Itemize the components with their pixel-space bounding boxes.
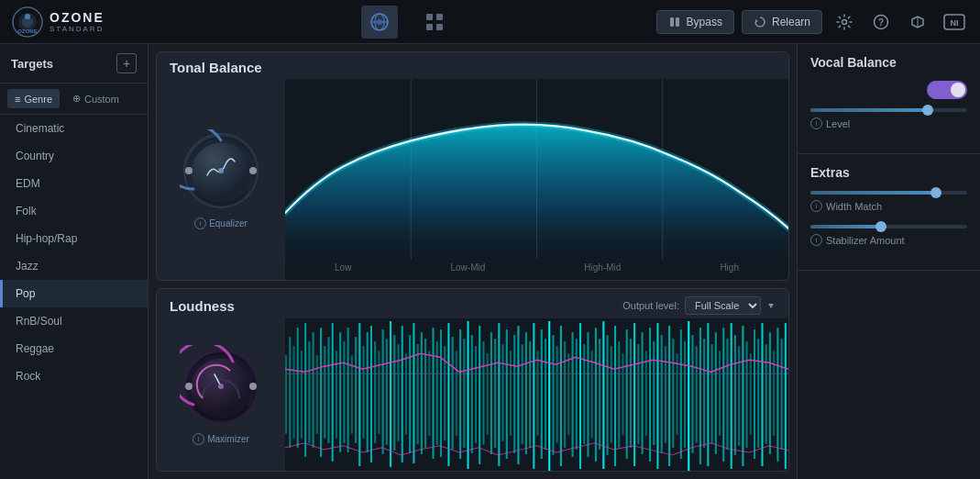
svg-rect-39 xyxy=(289,337,291,448)
width-match-thumb[interactable] xyxy=(930,187,941,198)
level-slider-thumb[interactable] xyxy=(922,105,933,116)
extras-title: Extras xyxy=(810,165,967,180)
logo-standard: STANDARD xyxy=(50,25,105,33)
tonal-chart-svg xyxy=(285,79,788,280)
svg-rect-44 xyxy=(308,341,310,443)
svg-rect-139 xyxy=(677,353,678,435)
svg-rect-150 xyxy=(719,351,721,436)
svg-rect-162 xyxy=(765,344,767,444)
loudness-chart xyxy=(285,318,788,471)
svg-rect-62 xyxy=(378,351,380,434)
svg-rect-63 xyxy=(382,329,384,454)
help-button[interactable]: ? xyxy=(866,7,896,37)
svg-point-36 xyxy=(218,384,224,389)
nav-sphere-btn[interactable] xyxy=(361,6,398,39)
svg-rect-48 xyxy=(324,346,325,439)
tonal-balance-body: i Equalizer xyxy=(157,79,788,280)
svg-rect-61 xyxy=(374,341,376,443)
svg-rect-107 xyxy=(552,335,554,455)
svg-rect-56 xyxy=(355,337,357,443)
svg-rect-47 xyxy=(320,328,322,457)
svg-rect-153 xyxy=(731,323,732,469)
vocal-balance-toggle[interactable] xyxy=(927,81,967,99)
ni-button[interactable]: NI xyxy=(940,7,969,37)
level-slider-track xyxy=(810,108,967,112)
maximizer-info-icon[interactable]: i xyxy=(193,433,204,445)
sidebar-item-jazz[interactable]: Jazz xyxy=(0,252,148,280)
svg-rect-112 xyxy=(572,332,574,457)
stabilizer-info-icon[interactable]: i xyxy=(810,234,822,246)
svg-rect-109 xyxy=(560,326,562,466)
svg-rect-128 xyxy=(633,323,635,466)
svg-rect-84 xyxy=(463,339,465,448)
svg-rect-129 xyxy=(637,344,639,444)
plugin-button[interactable] xyxy=(903,7,932,37)
level-info-icon[interactable]: i xyxy=(810,117,822,129)
svg-rect-161 xyxy=(761,323,763,466)
vocal-balance-toggle-row xyxy=(810,81,967,99)
sidebar-item-country[interactable]: Country xyxy=(0,142,148,170)
svg-rect-41 xyxy=(297,328,299,448)
svg-rect-85 xyxy=(467,321,468,469)
svg-rect-117 xyxy=(591,351,593,439)
svg-rect-130 xyxy=(642,332,644,454)
svg-rect-43 xyxy=(304,323,306,457)
svg-rect-134 xyxy=(656,323,658,469)
sidebar-item-reggae[interactable]: Reggae xyxy=(0,335,148,362)
tonal-balance-panel: Tonal Balance xyxy=(156,51,789,281)
stabilizer-thumb[interactable] xyxy=(875,221,886,232)
maximizer-knob[interactable] xyxy=(180,345,262,428)
tab-genre[interactable]: ≡ Genre xyxy=(7,89,60,108)
width-match-info-icon[interactable]: i xyxy=(810,200,822,212)
svg-rect-152 xyxy=(726,339,728,450)
svg-rect-42 xyxy=(301,351,303,439)
svg-rect-75 xyxy=(428,351,430,436)
svg-rect-166 xyxy=(781,339,783,450)
equalizer-label: i Equalizer xyxy=(194,217,248,229)
svg-rect-131 xyxy=(645,351,647,436)
svg-rect-70 xyxy=(409,335,411,453)
svg-rect-157 xyxy=(746,341,748,448)
relearn-button[interactable]: Relearn xyxy=(742,10,822,34)
sidebar-item-folk[interactable]: Folk xyxy=(0,197,148,225)
svg-rect-82 xyxy=(456,351,457,436)
tab-custom[interactable]: ⊕ Custom xyxy=(65,89,127,108)
add-target-button[interactable]: + xyxy=(116,53,137,73)
svg-rect-155 xyxy=(738,346,740,446)
ozone-logo-icon: OZONE xyxy=(11,6,44,39)
stabilizer-fill xyxy=(810,225,881,228)
svg-rect-49 xyxy=(327,337,329,443)
help-icon: ? xyxy=(873,14,889,30)
svg-point-3 xyxy=(25,14,30,19)
nav-grid-btn[interactable] xyxy=(416,6,453,39)
loudness-body: i Maximizer xyxy=(157,318,788,471)
bypass-button[interactable]: Bypass xyxy=(656,10,734,34)
svg-rect-91 xyxy=(490,332,492,454)
settings-icon xyxy=(836,14,853,30)
svg-rect-64 xyxy=(386,339,388,445)
sidebar-item-hiphop[interactable]: Hip-hop/Rap xyxy=(0,225,148,252)
sidebar-item-rnbsoul[interactable]: RnB/Soul xyxy=(0,307,148,335)
svg-rect-100 xyxy=(525,332,527,454)
svg-rect-93 xyxy=(498,323,500,466)
svg-rect-98 xyxy=(517,326,519,464)
sidebar-item-rock[interactable]: Rock xyxy=(0,362,148,390)
equalizer-knob[interactable] xyxy=(180,129,262,212)
svg-rect-59 xyxy=(367,332,369,452)
output-level-select[interactable]: Full Scale -14 LUFS -16 LUFS -18 LUFS -2… xyxy=(685,296,761,315)
sidebar-item-edm[interactable]: EDM xyxy=(0,170,148,197)
svg-rect-111 xyxy=(567,353,569,435)
svg-rect-145 xyxy=(699,328,701,464)
vocal-balance-title: Vocal Balance xyxy=(810,55,967,70)
sidebar-item-pop[interactable]: Pop xyxy=(0,280,148,307)
sidebar-item-cinematic[interactable]: Cinematic xyxy=(0,115,148,142)
svg-rect-143 xyxy=(691,335,693,453)
list-icon: ≡ xyxy=(15,94,20,105)
plugin-icon xyxy=(909,14,926,30)
settings-button[interactable] xyxy=(830,7,859,37)
svg-text:OZONE: OZONE xyxy=(17,28,37,34)
svg-rect-121 xyxy=(607,335,609,455)
svg-rect-147 xyxy=(707,323,709,466)
svg-rect-104 xyxy=(541,329,543,459)
equalizer-info-icon[interactable]: i xyxy=(194,217,206,229)
